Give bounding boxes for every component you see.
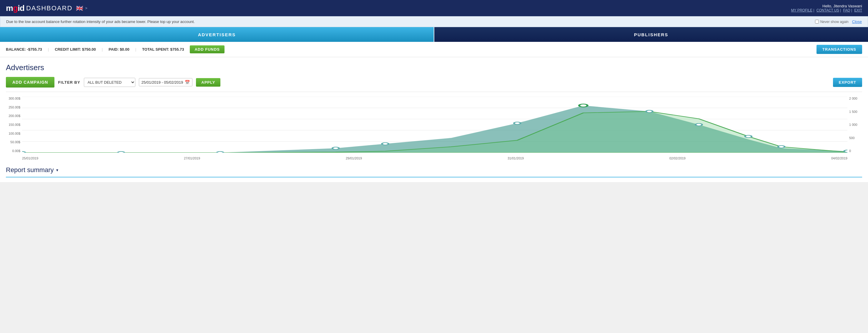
tab-bar: ADVERTISERS PUBLISHERS	[0, 27, 868, 42]
notification-message: Due to the low account balance further r…	[6, 20, 195, 24]
chevron-icon: >	[85, 6, 87, 10]
chart-point	[118, 151, 124, 152]
chart-point	[745, 135, 751, 138]
notification-right: Never show again Close	[815, 20, 862, 24]
header-right: Hello, Jitendra Vaswani MY PROFILE | CON…	[790, 4, 862, 12]
chart-point	[22, 151, 25, 152]
flag-icon[interactable]: 🇬🇧	[76, 5, 83, 12]
chart-y-labels-right: 2 000 1 500 1 000 500 0	[847, 96, 862, 152]
apply-button[interactable]: APPLY	[196, 78, 220, 87]
header-nav: MY PROFILE | CONTACT US | FAQ | EXIT	[790, 8, 862, 12]
export-button[interactable]: EXPORT	[833, 78, 862, 87]
chart-svg-wrapper	[22, 96, 847, 152]
chart-point	[844, 150, 847, 152]
header-logo: mgid DASHBOARD 🇬🇧 >	[6, 3, 87, 13]
notification-bar: Due to the low account balance further r…	[0, 16, 868, 27]
date-range-value: 25/01/2019 - 05/02/2019	[142, 80, 183, 85]
chart-area: 300.00$ 250.00$ 200.00$ 150.00$ 100.00$ …	[6, 96, 862, 162]
toolbar: ADD CAMPAIGN FILTER BY ALL BUT DELETED A…	[6, 77, 862, 92]
chart-point	[778, 145, 784, 148]
chart-peak-point	[579, 104, 587, 107]
header: mgid DASHBOARD 🇬🇧 > Hello, Jitendra Vasw…	[0, 0, 868, 16]
transactions-button[interactable]: TRANSACTIONS	[816, 45, 862, 54]
report-summary-arrow: ▾	[56, 168, 58, 172]
chart-point	[646, 110, 653, 113]
balance-bar: BALANCE: -$755.73 | CREDIT LIMIT: $750.0…	[0, 42, 868, 57]
close-notification-link[interactable]: Close	[852, 20, 862, 24]
advertisers-title: Advertisers	[6, 63, 862, 72]
chart-x-labels: 25/01/2019 27/01/2019 29/01/2019 31/01/2…	[22, 155, 847, 162]
report-summary-title[interactable]: Report summary ▾	[6, 166, 862, 174]
logo-mgid: mgid	[6, 3, 24, 13]
paid-label: PAID: $0.00	[108, 47, 129, 52]
filter-select[interactable]: ALL BUT DELETED ALL ACTIVE PAUSED DELETE…	[84, 78, 135, 87]
filter-by-label: FILTER BY	[58, 80, 80, 85]
tab-publishers[interactable]: PUBLISHERS	[434, 27, 868, 42]
chart-svg	[22, 96, 847, 152]
calendar-icon: 📅	[185, 80, 190, 85]
report-summary: Report summary ▾	[0, 162, 868, 182]
tab-advertisers[interactable]: ADVERTISERS	[0, 27, 434, 42]
report-bottom-border	[6, 177, 862, 177]
chart-point	[695, 123, 702, 126]
chart-point	[217, 151, 223, 152]
logo-dashboard: DASHBOARD	[26, 4, 72, 12]
chart-point	[514, 122, 521, 124]
date-range-wrapper[interactable]: 25/01/2019 - 05/02/2019 📅	[139, 78, 193, 86]
never-show-label[interactable]: Never show again	[815, 20, 848, 24]
add-funds-button[interactable]: ADD FUNDS	[190, 46, 224, 53]
never-show-checkbox[interactable]	[815, 20, 819, 24]
chart-point	[333, 147, 339, 149]
balance-label: BALANCE: -$755.73	[6, 47, 42, 52]
user-greeting: Hello, Jitendra Vaswani	[790, 4, 862, 8]
exit-link[interactable]: EXIT	[854, 8, 862, 12]
total-spent-label: TOTAL SPENT: $755.73	[142, 47, 184, 52]
credit-limit-label: CREDIT LIMIT: $750.00	[55, 47, 96, 52]
add-campaign-button[interactable]: ADD CAMPAIGN	[6, 77, 55, 87]
my-profile-link[interactable]: MY PROFILE	[791, 8, 812, 12]
chart-point	[382, 143, 389, 145]
faq-link[interactable]: FAQ	[843, 8, 850, 12]
chart-y-labels-left: 300.00$ 250.00$ 200.00$ 150.00$ 100.00$ …	[6, 96, 22, 152]
main-content: Advertisers ADD CAMPAIGN FILTER BY ALL B…	[0, 57, 868, 162]
contact-us-link[interactable]: CONTACT US	[816, 8, 839, 12]
